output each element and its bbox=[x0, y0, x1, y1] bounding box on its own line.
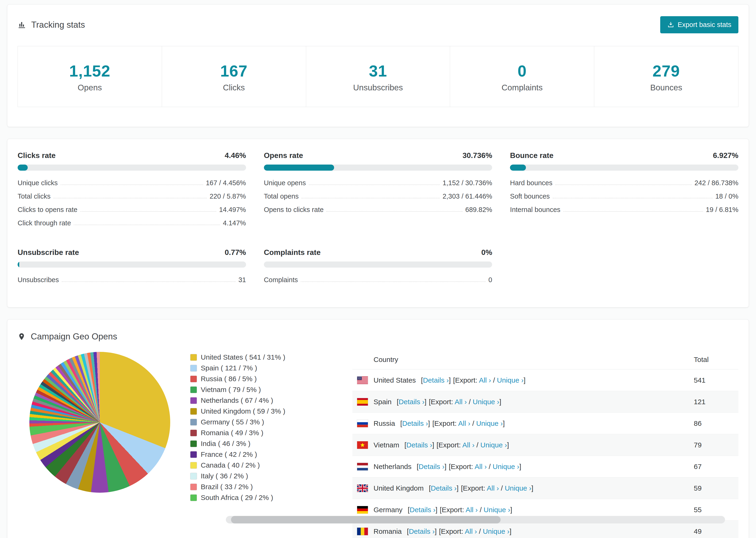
legend-item: Canada ( 40 / 2% ) bbox=[190, 461, 343, 469]
table-row: United Kingdom [Details ›] [Export: All … bbox=[352, 477, 738, 499]
geo-legend: United States ( 541 / 31% ) Spain ( 121 … bbox=[190, 350, 343, 505]
legend-item: South Africa ( 29 / 2% ) bbox=[190, 494, 343, 502]
unsubscribes-label: Unsubscribes bbox=[306, 83, 450, 92]
details-link[interactable]: Details › bbox=[419, 463, 445, 470]
export-all-link[interactable]: All › bbox=[462, 441, 474, 449]
romania-flag-icon bbox=[357, 528, 368, 535]
export-all-link[interactable]: All › bbox=[465, 506, 478, 513]
total-value: 67 bbox=[694, 463, 734, 471]
details-link[interactable]: Details › bbox=[409, 527, 435, 535]
total-column-header: Total bbox=[694, 355, 734, 364]
stat-row: Internal bounces19 / 6.81% bbox=[510, 203, 738, 216]
stat-row: Soft bounces18 / 0% bbox=[510, 190, 738, 203]
export-unique-link[interactable]: Unique › bbox=[480, 441, 507, 449]
bar-chart-icon bbox=[18, 21, 26, 29]
details-link[interactable]: Details › bbox=[410, 506, 436, 513]
stat-row: Total opens2,303 / 61.446% bbox=[264, 190, 492, 203]
legend-swatch bbox=[190, 430, 197, 436]
map-pin-icon bbox=[18, 333, 26, 341]
clicks-label: Clicks bbox=[162, 83, 306, 92]
legend-item: Brazil ( 33 / 2% ) bbox=[190, 483, 343, 491]
export-basic-stats-button[interactable]: Export basic stats bbox=[660, 16, 738, 33]
complaints-rate-title: Complaints rate bbox=[264, 248, 321, 257]
complaints-count: 0 bbox=[450, 62, 594, 80]
tracking-stats-title: Tracking stats bbox=[31, 20, 85, 30]
tracking-stats-card: Tracking stats Export basic stats 1,152 … bbox=[7, 4, 749, 127]
unsubscribe-rate-section: Unsubscribe rate 0.77% Unsubscribes31 bbox=[18, 248, 246, 287]
stat-box-bounces: 279 Bounces bbox=[594, 46, 738, 107]
clicks-rate-progressbar bbox=[18, 165, 246, 171]
stat-row: Clicks to opens rate14.497% bbox=[18, 203, 246, 216]
bounces-label: Bounces bbox=[594, 83, 738, 92]
legend-item: Germany ( 55 / 3% ) bbox=[190, 418, 343, 426]
netherlands-flag-icon bbox=[357, 463, 368, 470]
total-value: 59 bbox=[694, 484, 734, 492]
complaints-rate-value: 0% bbox=[481, 248, 492, 257]
spain-flag-icon bbox=[357, 398, 368, 405]
total-value: 121 bbox=[694, 398, 734, 406]
legend-swatch bbox=[190, 408, 197, 414]
details-link[interactable]: Details › bbox=[402, 419, 428, 427]
complaints-label: Complaints bbox=[450, 83, 594, 92]
legend-item: United States ( 541 / 31% ) bbox=[190, 353, 343, 361]
export-all-link[interactable]: All › bbox=[475, 463, 487, 470]
stat-row: Unique clicks167 / 4.456% bbox=[18, 176, 246, 190]
export-download-icon bbox=[667, 21, 674, 28]
total-value: 86 bbox=[694, 419, 734, 427]
legend-item: Vietnam ( 79 / 5% ) bbox=[190, 386, 343, 394]
export-all-link[interactable]: All › bbox=[465, 527, 477, 535]
opens-rate-section: Opens rate 30.736% Unique opens1,152 / 3… bbox=[264, 151, 492, 230]
export-unique-link[interactable]: Unique › bbox=[483, 527, 510, 535]
stat-row: Unique opens1,152 / 30.736% bbox=[264, 176, 492, 190]
export-unique-link[interactable]: Unique › bbox=[505, 484, 531, 492]
horizontal-scrollbar-thumb[interactable] bbox=[231, 516, 501, 523]
export-unique-link[interactable]: Unique › bbox=[497, 376, 523, 384]
legend-item: France ( 42 / 2% ) bbox=[190, 451, 343, 458]
stats-summary-row: 1,152 Opens 167 Clicks 31 Unsubscribes 0… bbox=[18, 46, 738, 107]
stat-row: Total clicks220 / 5.87% bbox=[18, 190, 246, 203]
vietnam-flag-icon bbox=[357, 441, 368, 449]
legend-swatch bbox=[190, 473, 197, 479]
legend-swatch bbox=[190, 365, 197, 371]
export-unique-link[interactable]: Unique › bbox=[484, 506, 510, 513]
table-row: Vietnam [Details ›] [Export: All › / Uni… bbox=[352, 434, 738, 456]
campaign-geo-opens-card: Campaign Geo Opens United States ( 541 /… bbox=[7, 319, 749, 538]
unsubscribes-count: 31 bbox=[306, 62, 450, 80]
total-value: 541 bbox=[694, 376, 734, 384]
united-kingdom-flag-icon bbox=[357, 484, 368, 492]
united-states-flag-icon bbox=[357, 377, 368, 384]
stat-row: Complaints0 bbox=[264, 273, 492, 287]
legend-item: Netherlands ( 67 / 4% ) bbox=[190, 397, 343, 404]
export-all-link[interactable]: All › bbox=[455, 398, 467, 405]
legend-swatch bbox=[190, 376, 197, 382]
stat-row: Hard bounces242 / 86.738% bbox=[510, 176, 738, 190]
export-unique-link[interactable]: Unique › bbox=[476, 419, 503, 427]
geo-opens-table: Country Total United States [Details ›] … bbox=[352, 350, 738, 538]
export-unique-link[interactable]: Unique › bbox=[493, 463, 519, 470]
details-link[interactable]: Details › bbox=[431, 484, 457, 492]
table-header-row: Country Total bbox=[352, 350, 738, 369]
export-all-link[interactable]: All › bbox=[479, 376, 491, 384]
details-link[interactable]: Details › bbox=[406, 441, 432, 449]
stat-box-unsubscribes: 31 Unsubscribes bbox=[306, 46, 450, 107]
legend-swatch bbox=[190, 387, 197, 393]
total-value: 49 bbox=[694, 527, 734, 535]
table-row: Netherlands [Details ›] [Export: All › /… bbox=[352, 456, 738, 477]
geo-pie-wrap bbox=[18, 350, 182, 493]
details-link[interactable]: Details › bbox=[399, 398, 424, 405]
clicks-rate-section: Clicks rate 4.46% Unique clicks167 / 4.4… bbox=[18, 151, 246, 230]
export-all-link[interactable]: All › bbox=[458, 419, 470, 427]
opens-label: Opens bbox=[18, 83, 162, 92]
unsubscribe-rate-value: 0.77% bbox=[225, 248, 246, 257]
stat-box-opens: 1,152 Opens bbox=[18, 46, 162, 107]
legend-swatch bbox=[190, 462, 197, 468]
legend-swatch bbox=[190, 354, 197, 360]
export-all-link[interactable]: All › bbox=[487, 484, 499, 492]
legend-swatch bbox=[190, 452, 197, 458]
export-unique-link[interactable]: Unique › bbox=[473, 398, 499, 405]
unsubscribe-rate-title: Unsubscribe rate bbox=[18, 248, 79, 257]
total-value: 79 bbox=[694, 441, 734, 449]
opens-rate-progressbar bbox=[264, 165, 492, 171]
details-link[interactable]: Details › bbox=[423, 376, 449, 384]
horizontal-scrollbar-track[interactable] bbox=[226, 516, 725, 523]
